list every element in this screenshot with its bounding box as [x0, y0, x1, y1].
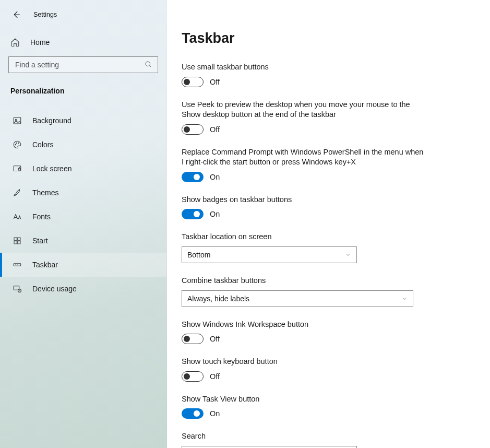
setting-touch-keyboard: Show touch keyboard button Off	[182, 357, 427, 382]
back-button[interactable]	[10, 9, 22, 20]
search-input[interactable]	[14, 60, 145, 69]
setting-label: Search	[182, 431, 427, 442]
dropdown-taskbar-location[interactable]: Bottom	[182, 246, 357, 263]
main-content: Taskbar Use small taskbar buttons Off Us…	[167, 0, 490, 448]
nav-label: Lock screen	[32, 164, 71, 173]
nav-label: Themes	[32, 188, 59, 197]
setting-label: Use Peek to preview the desktop when you…	[182, 100, 427, 120]
toggle-touch-keyboard[interactable]	[182, 371, 204, 382]
app-title: Settings	[33, 11, 57, 18]
home-icon	[10, 38, 20, 47]
toggle-badges[interactable]	[182, 209, 204, 219]
category-header: Personalization	[0, 73, 166, 99]
setting-taskbar-location: Taskbar location on screen Bottom	[182, 232, 427, 263]
page-title: Taskbar	[182, 30, 469, 46]
svg-rect-11	[18, 241, 20, 244]
nav-label: Taskbar	[32, 261, 58, 269]
picture-icon	[13, 116, 22, 125]
svg-rect-9	[18, 238, 20, 240]
nav-item-background[interactable]: Background	[0, 109, 166, 133]
setting-search: Search Show search icon	[182, 431, 427, 448]
setting-label: Show Windows Ink Workspace button	[182, 320, 427, 330]
setting-badges: Show badges on taskbar buttons On	[182, 195, 427, 220]
search-box[interactable]	[8, 56, 158, 73]
toggle-state: Off	[210, 372, 220, 381]
svg-rect-10	[14, 241, 17, 244]
dropdown-value: Bottom	[187, 251, 210, 259]
nav-item-themes[interactable]: Themes	[0, 181, 166, 205]
search-icon	[145, 61, 152, 69]
dropdown-value: Always, hide labels	[187, 294, 249, 303]
chevron-down-icon	[345, 252, 351, 258]
toggle-state: On	[210, 173, 220, 181]
setting-label: Show touch keyboard button	[182, 357, 427, 367]
header-row: Settings	[0, 5, 166, 23]
nav-label: Device usage	[32, 285, 77, 293]
setting-task-view: Show Task View button On	[182, 394, 427, 419]
search-wrap	[0, 56, 166, 73]
back-arrow-icon	[11, 10, 21, 19]
device-usage-icon	[13, 284, 22, 293]
home-label: Home	[30, 38, 50, 46]
sidebar: Settings Home Personalization Background	[0, 0, 167, 448]
svg-point-5	[18, 143, 19, 144]
svg-rect-7	[18, 168, 20, 170]
nav-item-taskbar[interactable]: Taskbar	[0, 253, 166, 277]
toggle-task-view[interactable]	[182, 408, 204, 419]
home-nav[interactable]: Home	[0, 23, 166, 56]
nav-label: Fonts	[32, 213, 51, 221]
palette-icon	[13, 140, 22, 149]
setting-label: Replace Command Prompt with Windows Powe…	[182, 147, 427, 168]
toggle-small-buttons[interactable]	[182, 77, 204, 87]
toggle-state: Off	[210, 78, 220, 86]
fonts-icon	[13, 212, 22, 221]
setting-powershell: Replace Command Prompt with Windows Powe…	[182, 147, 427, 182]
start-icon	[13, 236, 22, 245]
lockscreen-icon	[13, 164, 22, 173]
svg-point-2	[15, 119, 17, 121]
nav-item-start[interactable]: Start	[0, 229, 166, 253]
setting-label: Taskbar location on screen	[182, 232, 427, 242]
chevron-down-icon	[401, 296, 408, 302]
toggle-state: On	[210, 409, 220, 418]
svg-point-3	[15, 144, 16, 145]
toggle-state: On	[210, 210, 220, 218]
setting-label: Show badges on taskbar buttons	[182, 195, 427, 205]
setting-small-buttons: Use small taskbar buttons Off	[182, 62, 427, 87]
setting-label: Use small taskbar buttons	[182, 62, 427, 73]
dropdown-search[interactable]: Show search icon	[182, 446, 357, 448]
toggle-peek[interactable]	[182, 124, 204, 135]
nav-label: Background	[32, 116, 71, 125]
toggle-state: Off	[210, 335, 220, 343]
svg-point-4	[16, 143, 17, 144]
nav-item-colors[interactable]: Colors	[0, 133, 166, 157]
nav-item-fonts[interactable]: Fonts	[0, 205, 166, 229]
toggle-ink-workspace[interactable]	[182, 334, 204, 344]
setting-peek: Use Peek to preview the desktop when you…	[182, 100, 427, 135]
dropdown-combine-buttons[interactable]: Always, hide labels	[182, 290, 413, 307]
setting-combine-buttons: Combine taskbar buttons Always, hide lab…	[182, 276, 427, 307]
nav-label: Colors	[32, 140, 53, 149]
taskbar-icon	[13, 260, 22, 269]
toggle-powershell[interactable]	[182, 172, 204, 182]
brush-icon	[13, 188, 22, 197]
svg-point-0	[146, 62, 150, 66]
svg-rect-1	[14, 117, 21, 124]
setting-label: Show Task View button	[182, 394, 427, 405]
nav-list: Background Colors Lock screen Themes Fon	[0, 109, 166, 301]
svg-rect-8	[14, 238, 17, 240]
nav-item-device-usage[interactable]: Device usage	[0, 277, 166, 301]
nav-item-lockscreen[interactable]: Lock screen	[0, 157, 166, 181]
nav-label: Start	[32, 237, 48, 245]
toggle-state: Off	[210, 125, 220, 134]
setting-label: Combine taskbar buttons	[182, 276, 427, 286]
setting-ink-workspace: Show Windows Ink Workspace button Off	[182, 320, 427, 345]
